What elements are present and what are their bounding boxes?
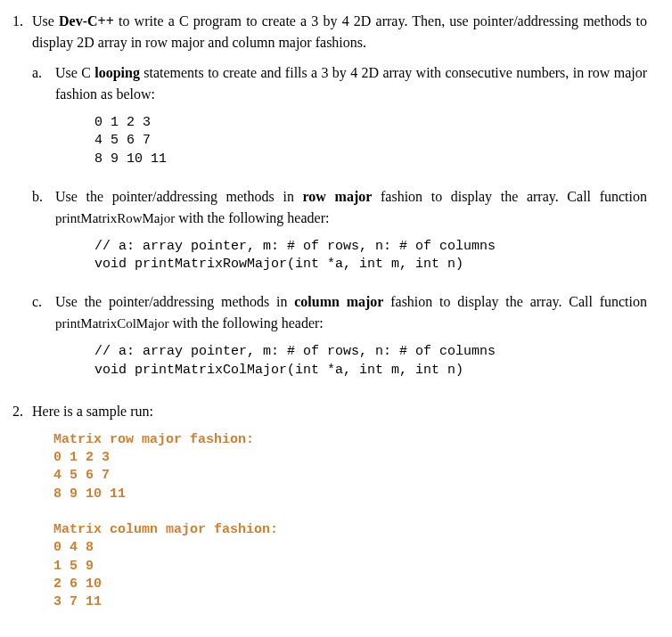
- q1-b-code: // a: array pointer, m: # of rows, n: # …: [94, 238, 647, 274]
- q1-intro-bold: Dev-C++: [59, 13, 114, 29]
- q1-c: c. Use the pointer/addressing methods in…: [32, 291, 647, 388]
- q1-a: a. Use C looping statements to create an…: [32, 62, 647, 177]
- q1-b-p5: with the following header:: [175, 210, 329, 225]
- q1-b-p1: Use the pointer/addressing methods in: [55, 189, 303, 204]
- q1-c-text: Use the pointer/addressing methods in co…: [55, 291, 647, 334]
- q1-a-code: 0 1 2 3 4 5 6 7 8 9 10 11: [94, 114, 647, 168]
- q1-a-label: a.: [32, 62, 55, 177]
- q2-number: 2.: [0, 401, 32, 621]
- q1-intro-p1: Use: [32, 13, 59, 29]
- q2-text: Here is a sample run:: [32, 401, 647, 422]
- q1-a-p1: Use C: [55, 65, 94, 80]
- q1-c-func: printMatrixColMajor: [55, 316, 169, 331]
- q1-b-label: b.: [32, 186, 55, 283]
- q1-b-text: Use the pointer/addressing methods in ro…: [55, 186, 647, 229]
- q2-sample-run: Matrix row major fashion: 0 1 2 3 4 5 6 …: [53, 431, 647, 612]
- q1-b-p3: fashion to display the array. Call funct…: [372, 189, 647, 204]
- q1-c-p3: fashion to display the array. Call funct…: [383, 294, 647, 309]
- question-2: 2. Here is a sample run: Matrix row majo…: [0, 401, 647, 621]
- q1-a-text: Use C looping statements to create and f…: [55, 62, 647, 105]
- q1-intro-p3: to write a C program to create a 3 by 4 …: [32, 13, 647, 50]
- q1-c-content: Use the pointer/addressing methods in co…: [55, 291, 647, 388]
- q1-c-p1: Use the pointer/addressing methods in: [55, 294, 294, 309]
- q1-b-bold: row major: [303, 189, 373, 204]
- q1-a-content: Use C looping statements to create and f…: [55, 62, 647, 177]
- q1-c-label: c.: [32, 291, 55, 388]
- question-1: 1. Use Dev-C++ to write a C program to c…: [0, 11, 647, 394]
- q2-content: Here is a sample run: Matrix row major f…: [32, 401, 647, 621]
- q1-content: Use Dev-C++ to write a C program to crea…: [32, 11, 647, 394]
- q1-b-content: Use the pointer/addressing methods in ro…: [55, 186, 647, 283]
- q1-a-bold: looping: [94, 65, 140, 80]
- q1-number: 1.: [0, 11, 32, 394]
- q1-a-p3: statements to create and fills a 3 by 4 …: [55, 65, 647, 102]
- q1-c-bold: column major: [294, 294, 383, 309]
- q1-b-func: printMatrixRowMajor: [55, 211, 175, 225]
- q1-intro: Use Dev-C++ to write a C program to crea…: [32, 11, 647, 53]
- q1-c-p5: with the following header:: [169, 315, 324, 331]
- q1-b: b. Use the pointer/addressing methods in…: [32, 186, 647, 283]
- q1-c-code: // a: array pointer, m: # of rows, n: # …: [94, 343, 647, 380]
